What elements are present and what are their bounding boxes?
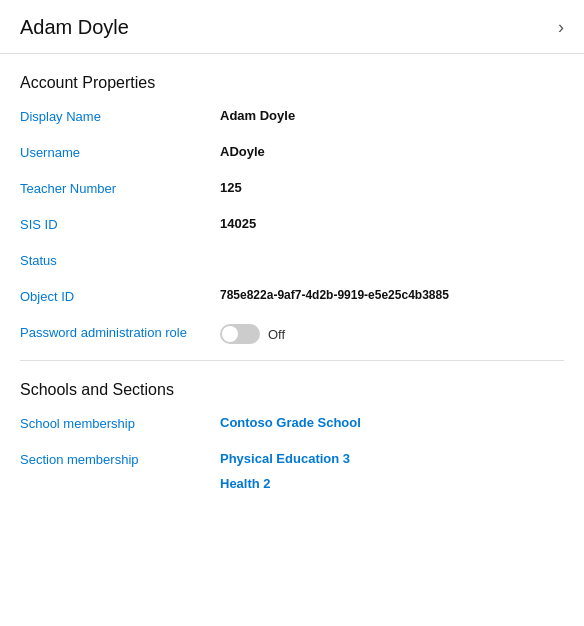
section-membership-value-0[interactable]: Physical Education 3 <box>220 451 350 466</box>
teacher-number-label: Teacher Number <box>20 180 220 196</box>
account-properties-title: Account Properties <box>20 74 564 92</box>
teacher-number-value: 125 <box>220 180 242 195</box>
page-header: Adam Doyle › <box>0 0 584 54</box>
password-admin-row: Password administration role Off <box>20 324 564 346</box>
password-admin-label: Password administration role <box>20 324 220 340</box>
username-label: Username <box>20 144 220 160</box>
display-name-label: Display Name <box>20 108 220 124</box>
teacher-number-row: Teacher Number 125 <box>20 180 564 202</box>
status-row: Status <box>20 252 564 274</box>
account-properties-section: Account Properties Display Name Adam Doy… <box>0 54 584 346</box>
section-membership-values: Physical Education 3 Health 2 <box>220 451 350 491</box>
school-membership-row: School membership Contoso Grade School <box>20 415 564 437</box>
object-id-label: Object ID <box>20 288 220 304</box>
page-title: Adam Doyle <box>20 16 129 39</box>
sis-id-label: SIS ID <box>20 216 220 232</box>
sis-id-value: 14025 <box>220 216 256 231</box>
schools-sections-title: Schools and Sections <box>20 381 564 399</box>
password-admin-toggle-label: Off <box>268 327 285 342</box>
password-admin-toggle-container: Off <box>220 324 285 344</box>
section-membership-value-1[interactable]: Health 2 <box>220 476 350 491</box>
username-value: ADoyle <box>220 144 265 159</box>
school-membership-value[interactable]: Contoso Grade School <box>220 415 361 430</box>
chevron-right-icon[interactable]: › <box>558 17 564 38</box>
username-row: Username ADoyle <box>20 144 564 166</box>
object-id-row: Object ID 785e822a-9af7-4d2b-9919-e5e25c… <box>20 288 564 310</box>
display-name-row: Display Name Adam Doyle <box>20 108 564 130</box>
object-id-value: 785e822a-9af7-4d2b-9919-e5e25c4b3885 <box>220 288 449 302</box>
section-membership-label: Section membership <box>20 451 220 467</box>
schools-sections-section: Schools and Sections School membership C… <box>0 361 584 491</box>
status-label: Status <box>20 252 220 268</box>
password-admin-toggle[interactable] <box>220 324 260 344</box>
display-name-value: Adam Doyle <box>220 108 295 123</box>
section-membership-row: Section membership Physical Education 3 … <box>20 451 564 491</box>
sis-id-row: SIS ID 14025 <box>20 216 564 238</box>
school-membership-label: School membership <box>20 415 220 431</box>
